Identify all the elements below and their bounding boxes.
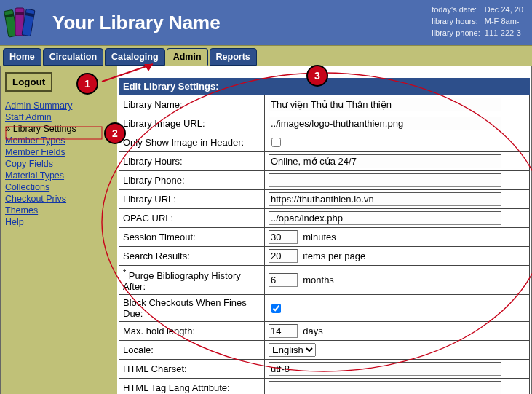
label-only-image: Only Show Image in Header: <box>119 133 265 152</box>
label-opac-url: OPAC URL: <box>119 209 265 228</box>
library-title: Your Library Name <box>52 12 221 34</box>
input-session-timeout[interactable] <box>269 230 298 244</box>
banner: Your Library Name today's date:Dec 24, 2… <box>0 0 532 45</box>
select-locale[interactable]: English <box>269 343 316 357</box>
sidebar-item-themes[interactable]: Themes <box>5 205 38 216</box>
label-locale: Locale: <box>119 341 265 360</box>
tab-cataloging[interactable]: Cataloging <box>105 48 165 66</box>
main-content: Edit Library Settings: Library Name: Lib… <box>117 66 531 394</box>
unit-months: months <box>303 275 334 285</box>
svg-rect-3 <box>15 12 24 15</box>
label-search-results: Search Results: <box>119 247 265 266</box>
tab-circulation[interactable]: Circulation <box>43 48 103 66</box>
sidebar-item-staff-admin[interactable]: Staff Admin <box>5 112 52 122</box>
sidebar-item-member-types[interactable]: Member Types <box>5 135 65 146</box>
input-purge[interactable] <box>269 273 298 287</box>
input-image-url[interactable] <box>269 117 501 130</box>
form-heading: Edit Library Settings: <box>119 78 530 95</box>
checkbox-block-checkouts[interactable] <box>271 304 281 313</box>
input-opac-url[interactable] <box>269 211 501 225</box>
input-hours[interactable] <box>269 154 501 168</box>
input-search-results[interactable] <box>269 249 298 263</box>
input-phone[interactable] <box>269 173 501 187</box>
label-purge: * Purge Bibliography History After: <box>119 266 265 295</box>
sidebar-item-help[interactable]: Help <box>5 217 24 227</box>
library-settings-form: Library Name: Library Image URL: Only Sh… <box>119 95 530 394</box>
checkbox-only-image[interactable] <box>271 138 281 147</box>
tab-home[interactable]: Home <box>3 48 41 66</box>
sidebar-item-copy-fields[interactable]: Copy Fields <box>5 159 53 169</box>
label-session-timeout: Session Timeout: <box>119 228 265 247</box>
tab-reports[interactable]: Reports <box>210 48 257 66</box>
sidebar-item-collections[interactable]: Collections <box>5 182 49 192</box>
label-phone: Library Phone: <box>119 171 265 190</box>
unit-items-per-page: items per page <box>303 251 365 261</box>
input-library-name[interactable] <box>269 98 501 111</box>
label-image-url: Library Image URL: <box>119 114 265 133</box>
label-lang-attr: HTML Tag Lang Attribute: <box>119 379 265 394</box>
sidebar-item-admin-summary[interactable]: Admin Summary <box>5 101 72 111</box>
label-max-hold: Max. hold length: <box>119 322 265 341</box>
label-library-name: Library Name: <box>119 95 265 114</box>
main-tabs: Home Circulation Cataloging Admin Report… <box>0 45 532 66</box>
unit-minutes: minutes <box>303 232 336 243</box>
label-url: Library URL: <box>119 190 265 209</box>
header-meta: today's date:Dec 24, 20 library hours:M-… <box>430 3 528 39</box>
input-url[interactable] <box>269 192 501 206</box>
label-hours: Library Hours: <box>119 152 265 171</box>
tab-admin[interactable]: Admin <box>167 48 208 66</box>
admin-nav: Admin Summary Staff Admin Library Settin… <box>5 100 113 227</box>
input-lang-attr[interactable] <box>269 381 501 394</box>
input-max-hold[interactable] <box>269 324 298 338</box>
unit-days: days <box>303 326 322 336</box>
sidebar: Logout Admin Summary Staff Admin Library… <box>1 66 117 394</box>
sidebar-item-library-settings[interactable]: Library Settings <box>13 124 76 134</box>
sidebar-item-material-types[interactable]: Material Types <box>5 170 64 181</box>
logout-button[interactable]: Logout <box>5 72 52 92</box>
sidebar-item-checkout-privs[interactable]: Checkout Privs <box>5 194 66 204</box>
label-block-checkouts: Block Checkouts When Fines Due: <box>119 295 265 322</box>
sidebar-item-member-fields[interactable]: Member Fields <box>5 147 65 157</box>
books-logo-icon <box>4 5 42 40</box>
label-charset: HTML Charset: <box>119 360 265 379</box>
input-charset[interactable] <box>269 362 501 376</box>
